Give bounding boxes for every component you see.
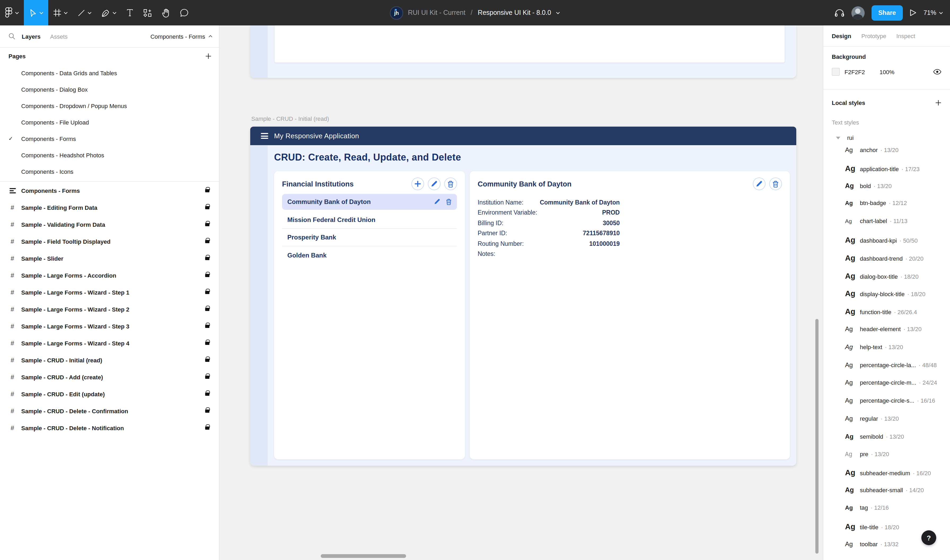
background-opacity-field[interactable]: 100% (879, 69, 894, 75)
page-selector[interactable]: Components - Forms (150, 33, 213, 40)
text-style-item[interactable]: Ag function-title · 26/26.4 (823, 307, 950, 325)
text-style-item[interactable]: Ag percentage-circle-m... · 24/24 (823, 379, 950, 397)
lock-icon[interactable] (205, 358, 210, 362)
text-style-item[interactable]: Ag percentage-circle-la... · 48/48 (823, 361, 950, 379)
page-item[interactable]: Components - Headshot Photos (0, 147, 219, 163)
tab-layers[interactable]: Layers (22, 33, 40, 40)
text-style-item[interactable]: Ag percentage-circle-s... · 16/16 (823, 397, 950, 415)
page-item[interactable]: Components - Data Grids and Tables (0, 65, 219, 81)
institution-row[interactable]: Community Bank of Dayton (282, 194, 457, 210)
hand-tool-button[interactable] (157, 0, 175, 25)
layer-item[interactable]: # Sample - Large Forms - Wizard - Step 4 (0, 335, 219, 352)
page-item[interactable]: Components - File Upload (0, 114, 219, 130)
partial-frame-above[interactable] (250, 25, 796, 78)
lock-icon[interactable] (205, 257, 210, 260)
tab-inspect[interactable]: Inspect (896, 32, 915, 39)
layer-item[interactable]: # Sample - Large Forms - Wizard - Step 2 (0, 301, 219, 318)
design-canvas[interactable]: Sample - CRUD - Initial (read) My Respon… (219, 25, 823, 560)
lock-icon[interactable] (205, 291, 210, 294)
layer-item[interactable]: # Sample - Validating Form Data (0, 216, 219, 233)
audio-headphones-icon[interactable] (834, 8, 844, 17)
comment-tool-button[interactable] (175, 0, 193, 25)
frame-title-label[interactable]: Sample - CRUD - Initial (read) (251, 115, 329, 122)
file-name[interactable]: Responsive UI Kit - 8.0.0 (478, 9, 551, 17)
lock-icon[interactable] (205, 206, 210, 209)
text-tool-button[interactable] (122, 0, 138, 25)
text-style-item[interactable]: Ag pre · 13/20 (823, 451, 950, 469)
move-tool-button[interactable] (24, 0, 48, 25)
lock-icon[interactable] (205, 223, 210, 226)
project-name[interactable]: RUI UI Kit - Current (408, 9, 466, 17)
layer-item[interactable]: # Sample - CRUD - Edit (update) (0, 386, 219, 403)
add-page-button[interactable] (205, 53, 211, 59)
lock-icon[interactable] (205, 240, 210, 243)
layer-item[interactable]: # Sample - Slider (0, 250, 219, 267)
lock-icon[interactable] (205, 426, 210, 430)
text-style-item[interactable]: Ag dialog-box-title · 18/20 (823, 272, 950, 289)
lock-icon[interactable] (205, 274, 210, 277)
lock-icon[interactable] (205, 325, 210, 328)
share-button[interactable]: Share (871, 5, 903, 20)
page-item[interactable]: Components - Dialog Box (0, 81, 219, 97)
tab-assets[interactable]: Assets (50, 33, 68, 40)
main-menu-button[interactable] (0, 0, 24, 25)
text-style-item[interactable]: Ag tag · 12/16 (823, 505, 950, 522)
disclosure-triangle-icon[interactable] (836, 137, 840, 139)
tab-prototype[interactable]: Prototype (861, 32, 886, 39)
delete-institution-button[interactable] (444, 177, 457, 190)
text-style-item[interactable]: Ag bold · 13/20 (823, 182, 950, 200)
institution-row[interactable]: Mission Federal Credit Union (282, 211, 457, 229)
layers-section-header[interactable]: Components - Forms (0, 182, 219, 199)
page-item[interactable]: ✓ Components - Forms (0, 130, 219, 147)
lock-icon[interactable] (205, 342, 210, 345)
text-style-item[interactable]: Ag subheader-small · 14/20 (823, 486, 950, 505)
lock-icon[interactable] (205, 409, 210, 413)
lock-icon[interactable] (205, 392, 210, 396)
frame-tool-button[interactable] (48, 0, 72, 25)
text-style-item[interactable]: Ag semibold · 13/20 (823, 433, 950, 451)
delete-record-button[interactable] (769, 177, 782, 190)
style-group-rui[interactable]: rui (823, 129, 950, 146)
page-item[interactable]: Components - Icons (0, 163, 219, 180)
delete-row-icon[interactable] (446, 198, 452, 205)
lock-icon[interactable] (205, 308, 210, 311)
search-icon[interactable] (8, 33, 15, 40)
text-style-item[interactable]: Ag dashboard-kpi · 50/50 (823, 236, 950, 254)
hamburger-menu-icon[interactable] (261, 133, 268, 139)
tab-design[interactable]: Design (832, 32, 851, 39)
text-style-item[interactable]: Ag anchor · 13/20 (823, 146, 950, 164)
pen-tool-button[interactable] (97, 0, 122, 25)
background-hex-field[interactable]: F2F2F2 (845, 69, 872, 75)
layer-item[interactable]: # Sample - Large Forms - Wizard - Step 3 (0, 318, 219, 335)
edit-institution-button[interactable] (428, 177, 441, 190)
add-style-button[interactable] (935, 99, 942, 106)
layer-item[interactable]: # Sample - Large Forms - Wizard - Step 1 (0, 284, 219, 301)
text-style-item[interactable]: Ag chart-label · 11/13 (823, 218, 950, 236)
color-swatch[interactable] (832, 68, 840, 76)
text-style-item[interactable]: Ag display-block-title · 18/20 (823, 289, 950, 308)
text-style-item[interactable]: Ag subheader-medium · 16/20 (823, 469, 950, 487)
crud-frame[interactable]: My Responsive Application CRUD: Create, … (250, 127, 796, 466)
institution-row[interactable]: Prosperity Bank (282, 229, 457, 246)
shape-tool-button[interactable] (72, 0, 97, 25)
layer-item[interactable]: # Sample - Field Tooltip Displayed (0, 233, 219, 250)
text-style-item[interactable]: Ag regular · 13/20 (823, 415, 950, 433)
vertical-scrollbar[interactable] (815, 319, 819, 554)
org-avatar[interactable]: jh (390, 6, 403, 19)
chevron-down-icon[interactable] (556, 11, 560, 14)
edit-row-icon[interactable] (434, 198, 440, 205)
text-style-item[interactable]: Ag application-title · 17/23 (823, 164, 950, 182)
user-avatar[interactable] (851, 6, 864, 19)
help-button[interactable]: ? (921, 530, 936, 545)
layer-item[interactable]: # Sample - CRUD - Add (create) (0, 369, 219, 386)
lock-icon[interactable] (205, 375, 210, 379)
horizontal-scrollbar[interactable] (321, 554, 406, 558)
text-style-item[interactable]: Ag btn-badge · 12/12 (823, 200, 950, 218)
text-style-item[interactable]: Ag help-text · 13/20 (823, 343, 950, 362)
layer-item[interactable]: # Sample - CRUD - Delete - Notification (0, 420, 219, 437)
present-play-icon[interactable] (910, 9, 917, 17)
page-item[interactable]: Components - Dropdown / Popup Menus (0, 97, 219, 114)
lock-icon[interactable] (205, 189, 210, 192)
eye-visibility-icon[interactable] (933, 69, 942, 75)
resources-tool-button[interactable] (138, 0, 157, 25)
